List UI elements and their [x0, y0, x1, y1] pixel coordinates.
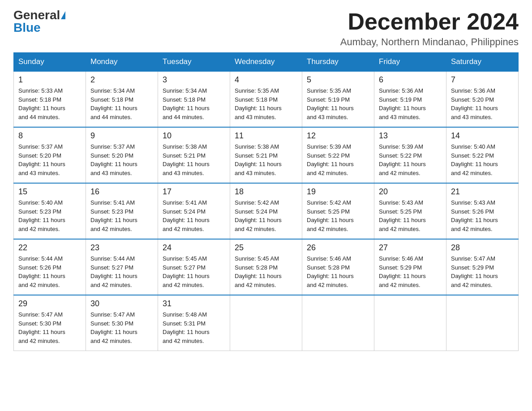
day-info: Sunrise: 5:34 AMSunset: 5:18 PMDaylight:…: [163, 87, 210, 120]
day-info: Sunrise: 5:36 AMSunset: 5:19 PMDaylight:…: [379, 87, 426, 120]
title-section: December 2024 Aumbay, Northern Mindanao,…: [340, 9, 519, 48]
calendar-cell: 13 Sunrise: 5:39 AMSunset: 5:22 PMDaylig…: [374, 127, 446, 183]
day-info: Sunrise: 5:45 AMSunset: 5:27 PMDaylight:…: [163, 255, 210, 288]
day-number: 18: [235, 187, 297, 197]
day-number: 17: [163, 187, 225, 197]
day-number: 20: [379, 187, 442, 197]
header-friday: Friday: [374, 53, 446, 72]
calendar-cell: [230, 295, 302, 351]
week-row-1: 1 Sunrise: 5:33 AMSunset: 5:18 PMDayligh…: [14, 71, 519, 127]
calendar-cell: 20 Sunrise: 5:43 AMSunset: 5:25 PMDaylig…: [374, 183, 446, 239]
day-number: 10: [163, 131, 225, 141]
day-info: Sunrise: 5:43 AMSunset: 5:25 PMDaylight:…: [379, 199, 426, 232]
day-number: 1: [18, 75, 81, 85]
calendar-table: Sunday Monday Tuesday Wednesday Thursday…: [13, 52, 519, 351]
day-number: 30: [90, 299, 153, 308]
calendar-cell: 29 Sunrise: 5:47 AMSunset: 5:30 PMDaylig…: [14, 295, 86, 351]
calendar-cell: 9 Sunrise: 5:37 AMSunset: 5:20 PMDayligh…: [86, 127, 158, 183]
calendar-cell: 11 Sunrise: 5:38 AMSunset: 5:21 PMDaylig…: [230, 127, 302, 183]
calendar-cell: 21 Sunrise: 5:43 AMSunset: 5:26 PMDaylig…: [446, 183, 519, 239]
day-number: 14: [451, 131, 514, 141]
calendar-cell: 3 Sunrise: 5:34 AMSunset: 5:18 PMDayligh…: [158, 71, 230, 127]
day-number: 3: [163, 75, 225, 85]
page-header: General Blue December 2024 Aumbay, North…: [13, 9, 519, 48]
day-info: Sunrise: 5:46 AMSunset: 5:29 PMDaylight:…: [379, 255, 426, 288]
day-info: Sunrise: 5:37 AMSunset: 5:20 PMDaylight:…: [18, 143, 65, 176]
day-info: Sunrise: 5:48 AMSunset: 5:31 PMDaylight:…: [163, 311, 210, 344]
day-number: 26: [307, 243, 369, 253]
calendar-cell: 2 Sunrise: 5:34 AMSunset: 5:18 PMDayligh…: [86, 71, 158, 127]
calendar-cell: 15 Sunrise: 5:40 AMSunset: 5:23 PMDaylig…: [14, 183, 86, 239]
day-info: Sunrise: 5:38 AMSunset: 5:21 PMDaylight:…: [235, 143, 282, 176]
day-number: 5: [307, 75, 369, 85]
day-number: 15: [18, 187, 81, 197]
day-info: Sunrise: 5:43 AMSunset: 5:26 PMDaylight:…: [451, 199, 498, 232]
calendar-cell: 5 Sunrise: 5:35 AMSunset: 5:19 PMDayligh…: [302, 71, 374, 127]
calendar-cell: 14 Sunrise: 5:40 AMSunset: 5:22 PMDaylig…: [446, 127, 519, 183]
calendar-cell: 16 Sunrise: 5:41 AMSunset: 5:23 PMDaylig…: [86, 183, 158, 239]
calendar-cell: 28 Sunrise: 5:47 AMSunset: 5:29 PMDaylig…: [446, 239, 519, 295]
day-number: 11: [235, 131, 297, 141]
calendar-cell: [302, 295, 374, 351]
calendar-cell: 17 Sunrise: 5:41 AMSunset: 5:24 PMDaylig…: [158, 183, 230, 239]
day-info: Sunrise: 5:39 AMSunset: 5:22 PMDaylight:…: [307, 143, 354, 176]
day-info: Sunrise: 5:46 AMSunset: 5:28 PMDaylight:…: [307, 255, 354, 288]
day-info: Sunrise: 5:39 AMSunset: 5:22 PMDaylight:…: [379, 143, 426, 176]
day-info: Sunrise: 5:33 AMSunset: 5:18 PMDaylight:…: [18, 87, 65, 120]
day-info: Sunrise: 5:47 AMSunset: 5:30 PMDaylight:…: [18, 311, 65, 344]
calendar-cell: 27 Sunrise: 5:46 AMSunset: 5:29 PMDaylig…: [374, 239, 446, 295]
day-number: 29: [18, 299, 81, 308]
day-info: Sunrise: 5:41 AMSunset: 5:23 PMDaylight:…: [90, 199, 137, 232]
calendar-cell: 10 Sunrise: 5:38 AMSunset: 5:21 PMDaylig…: [158, 127, 230, 183]
day-number: 28: [451, 243, 514, 253]
location-title: Aumbay, Northern Mindanao, Philippines: [340, 36, 519, 48]
calendar-cell: 6 Sunrise: 5:36 AMSunset: 5:19 PMDayligh…: [374, 71, 446, 127]
day-number: 2: [90, 75, 153, 85]
day-number: 7: [451, 75, 514, 85]
header-sunday: Sunday: [14, 53, 86, 72]
day-info: Sunrise: 5:38 AMSunset: 5:21 PMDaylight:…: [163, 143, 210, 176]
day-info: Sunrise: 5:35 AMSunset: 5:19 PMDaylight:…: [307, 87, 354, 120]
calendar-cell: 12 Sunrise: 5:39 AMSunset: 5:22 PMDaylig…: [302, 127, 374, 183]
month-title: December 2024: [340, 9, 519, 34]
day-number: 21: [451, 187, 514, 197]
day-info: Sunrise: 5:40 AMSunset: 5:22 PMDaylight:…: [451, 143, 498, 176]
day-number: 19: [307, 187, 369, 197]
week-row-4: 22 Sunrise: 5:44 AMSunset: 5:26 PMDaylig…: [14, 239, 519, 295]
day-info: Sunrise: 5:47 AMSunset: 5:29 PMDaylight:…: [451, 255, 498, 288]
calendar-cell: 30 Sunrise: 5:47 AMSunset: 5:30 PMDaylig…: [86, 295, 158, 351]
day-number: 6: [379, 75, 442, 85]
day-number: 31: [163, 299, 225, 308]
day-number: 13: [379, 131, 442, 141]
calendar-header-row: Sunday Monday Tuesday Wednesday Thursday…: [14, 53, 519, 72]
day-info: Sunrise: 5:44 AMSunset: 5:26 PMDaylight:…: [18, 255, 65, 288]
logo-blue-row: Blue: [13, 21, 41, 34]
logo-triangle-icon: [61, 11, 65, 19]
calendar-cell: 23 Sunrise: 5:44 AMSunset: 5:27 PMDaylig…: [86, 239, 158, 295]
calendar-cell: 1 Sunrise: 5:33 AMSunset: 5:18 PMDayligh…: [14, 71, 86, 127]
calendar-cell: 25 Sunrise: 5:45 AMSunset: 5:28 PMDaylig…: [230, 239, 302, 295]
header-tuesday: Tuesday: [158, 53, 230, 72]
day-info: Sunrise: 5:47 AMSunset: 5:30 PMDaylight:…: [90, 311, 137, 344]
logo-general-text: General: [13, 9, 60, 21]
day-info: Sunrise: 5:41 AMSunset: 5:24 PMDaylight:…: [163, 199, 210, 232]
day-number: 22: [18, 243, 81, 253]
calendar-cell: 19 Sunrise: 5:42 AMSunset: 5:25 PMDaylig…: [302, 183, 374, 239]
calendar-cell: 26 Sunrise: 5:46 AMSunset: 5:28 PMDaylig…: [302, 239, 374, 295]
calendar-cell: 18 Sunrise: 5:42 AMSunset: 5:24 PMDaylig…: [230, 183, 302, 239]
calendar-cell: 24 Sunrise: 5:45 AMSunset: 5:27 PMDaylig…: [158, 239, 230, 295]
calendar-cell: 8 Sunrise: 5:37 AMSunset: 5:20 PMDayligh…: [14, 127, 86, 183]
week-row-2: 8 Sunrise: 5:37 AMSunset: 5:20 PMDayligh…: [14, 127, 519, 183]
logo-general-row: General: [13, 9, 65, 21]
day-number: 27: [379, 243, 442, 253]
day-info: Sunrise: 5:34 AMSunset: 5:18 PMDaylight:…: [90, 87, 137, 120]
day-info: Sunrise: 5:42 AMSunset: 5:25 PMDaylight:…: [307, 199, 354, 232]
day-number: 25: [235, 243, 297, 253]
header-thursday: Thursday: [302, 53, 374, 72]
week-row-5: 29 Sunrise: 5:47 AMSunset: 5:30 PMDaylig…: [14, 295, 519, 351]
day-number: 9: [90, 131, 153, 141]
day-info: Sunrise: 5:35 AMSunset: 5:18 PMDaylight:…: [235, 87, 282, 120]
day-number: 24: [163, 243, 225, 253]
day-number: 12: [307, 131, 369, 141]
day-info: Sunrise: 5:45 AMSunset: 5:28 PMDaylight:…: [235, 255, 282, 288]
